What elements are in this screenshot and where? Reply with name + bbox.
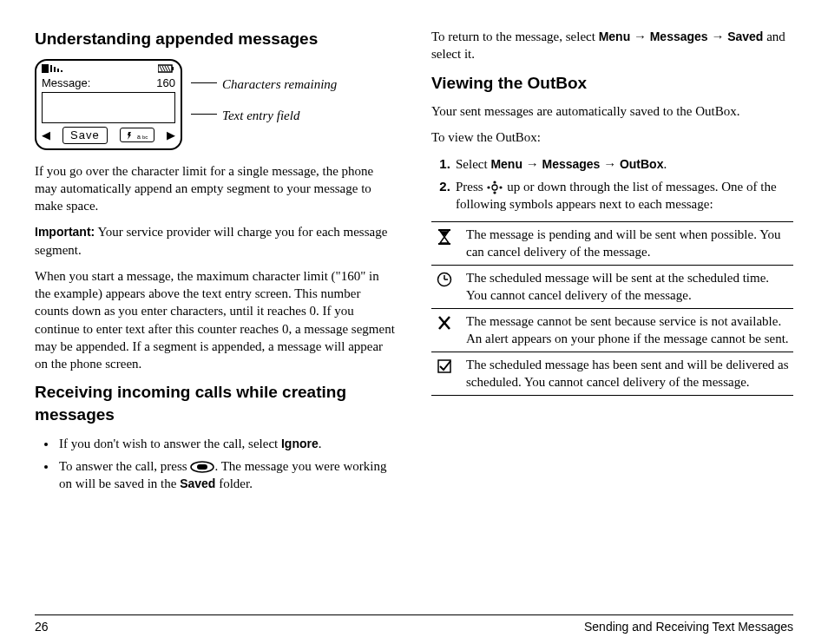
svg-rect-3 xyxy=(57,69,59,72)
phone-mode-box: a bc xyxy=(120,128,154,142)
step2-a: Press xyxy=(456,180,486,194)
clock-icon xyxy=(433,270,456,304)
heading-appended: Understanding appended messages xyxy=(35,28,397,50)
list-item: Press up or down through the list of mes… xyxy=(454,178,793,214)
messages-label: Messages xyxy=(542,157,600,171)
battery-icon xyxy=(158,62,175,76)
table-row: The scheduled message will be sent at th… xyxy=(431,266,793,309)
left-arrow-icon: ◀ xyxy=(42,128,50,143)
sym1-text: The message is pending and will be sent … xyxy=(466,227,792,260)
bullet2-text-a: To answer the call, press xyxy=(59,459,190,473)
svg-line-8 xyxy=(162,66,165,71)
table-row: The message is pending and will be sent … xyxy=(431,222,793,266)
saved-label: Saved xyxy=(180,476,215,490)
para-append-intro: If you go over the character limit for a… xyxy=(35,162,397,215)
ok-key-icon xyxy=(190,461,214,473)
svg-rect-2 xyxy=(54,67,56,72)
step1-b: . xyxy=(663,157,667,171)
steps-list: Select Menu → Messages → OutBox. Press u… xyxy=(431,155,793,214)
arrow-icon: → xyxy=(600,157,620,171)
menu-label: Menu xyxy=(490,157,522,171)
ignore-label: Ignore xyxy=(281,437,319,450)
svg-text:bc: bc xyxy=(142,135,148,140)
svg-rect-4 xyxy=(61,70,62,72)
svg-point-17 xyxy=(494,192,496,194)
svg-rect-14 xyxy=(197,464,207,470)
para-important: Important: Your service provider will ch… xyxy=(35,223,397,259)
nav-key-icon xyxy=(486,181,503,194)
footer-title: Sending and Receiving Text Messages xyxy=(584,619,793,635)
para-counter: When you start a message, the maximum ch… xyxy=(35,267,397,373)
svg-line-9 xyxy=(165,66,168,71)
important-label: Important: xyxy=(35,225,95,239)
signal-icon xyxy=(42,62,76,76)
svg-rect-0 xyxy=(42,64,49,73)
svg-point-15 xyxy=(492,185,497,190)
arrow-icon: → xyxy=(630,30,650,43)
hourglass-icon xyxy=(433,227,456,260)
page-number: 26 xyxy=(35,619,49,635)
intro-a: To return to the message, select xyxy=(431,30,599,43)
page-footer: 26 Sending and Receiving Text Messages xyxy=(35,614,793,635)
svg-line-7 xyxy=(160,66,162,71)
heading-receiving-calls: Receiving incoming calls while creating … xyxy=(35,381,397,425)
phone-text-entry xyxy=(42,92,175,123)
x-icon xyxy=(433,313,456,347)
right-column: To return to the message, select Menu → … xyxy=(431,28,793,608)
left-column: Understanding appended messages xyxy=(35,28,397,608)
list-item: Select Menu → Messages → OutBox. xyxy=(454,155,793,173)
para-return-message: To return to the message, select Menu → … xyxy=(431,28,793,63)
sym4-text: The scheduled message has been sent and … xyxy=(466,357,792,391)
bullet2-text-d: folder. xyxy=(215,476,253,490)
outbox-label: OutBox xyxy=(620,157,664,171)
list-item: If you don't wish to answer the call, se… xyxy=(57,435,397,452)
svg-point-18 xyxy=(488,187,490,189)
right-arrow-icon: ▶ xyxy=(167,128,175,143)
bullet1-text-c: . xyxy=(319,437,322,450)
svg-rect-6 xyxy=(172,67,174,70)
svg-text:a: a xyxy=(137,134,141,140)
callout-chars-remaining: Characters remaining xyxy=(222,76,337,93)
arrow-icon: → xyxy=(708,30,728,43)
phone-save-button: Save xyxy=(62,127,108,144)
messages-label: Messages xyxy=(650,30,708,43)
phone-char-count: 160 xyxy=(156,76,175,91)
bullet1-text-a: If you don't wish to answer the call, se… xyxy=(59,437,281,450)
symbol-table: The message is pending and will be sent … xyxy=(431,221,793,396)
para-outbox-intro: Your sent messages are automatically sav… xyxy=(431,102,793,120)
svg-point-16 xyxy=(494,181,496,184)
phone-diagram: Message: 160 ◀ Save a bc xyxy=(35,59,397,150)
svg-rect-1 xyxy=(50,65,52,72)
step1-a: Select xyxy=(456,157,490,171)
bullet-list: If you don't wish to answer the call, se… xyxy=(35,435,397,493)
callout-text-entry: Text entry field xyxy=(222,107,299,124)
menu-label: Menu xyxy=(599,30,631,43)
table-row: The message cannot be sent because servi… xyxy=(431,309,793,352)
sym2-text: The scheduled message will be sent at th… xyxy=(466,270,792,304)
step2-b: up or down through the list of messages.… xyxy=(456,180,777,211)
checkbox-icon xyxy=(433,357,456,391)
svg-line-10 xyxy=(168,66,170,71)
phone-message-label: Message: xyxy=(42,76,90,91)
para-outbox-view: To view the OutBox: xyxy=(431,128,793,146)
table-row: The scheduled message has been sent and … xyxy=(431,352,793,396)
list-item: To answer the call, press . The message … xyxy=(57,457,397,493)
phone-screen: Message: 160 ◀ Save a bc xyxy=(35,59,182,150)
sym3-text: The message cannot be sent because servi… xyxy=(466,313,792,347)
saved-label: Saved xyxy=(727,30,763,43)
arrow-icon: → xyxy=(522,157,542,171)
svg-point-19 xyxy=(500,187,503,189)
heading-outbox: Viewing the OutBox xyxy=(431,72,793,95)
